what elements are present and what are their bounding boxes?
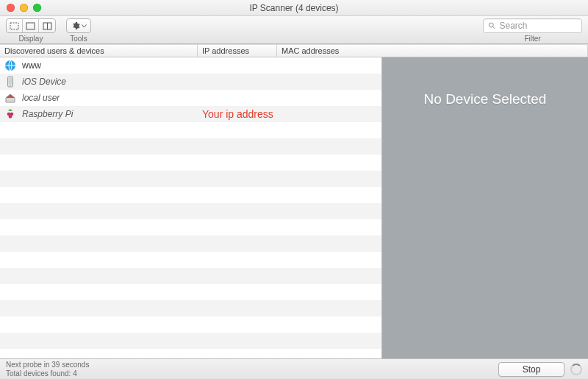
device-name: Raspberry Pi — [22, 109, 73, 119]
table-row[interactable]: iOS Device — [0, 74, 381, 90]
search-icon — [488, 21, 495, 30]
table-row[interactable]: local user — [0, 90, 381, 106]
display-view-1[interactable] — [7, 19, 23, 32]
svg-point-12 — [9, 115, 12, 118]
display-label: Display — [19, 35, 43, 43]
table-row-empty — [0, 252, 381, 268]
table-row-empty — [0, 187, 381, 203]
chevron-down-icon — [82, 24, 87, 28]
display-view-3[interactable] — [39, 19, 55, 32]
search-group: Filter — [483, 18, 582, 43]
svg-rect-1 — [26, 23, 35, 29]
phone-icon — [4, 76, 16, 88]
tools-label: Tools — [70, 35, 87, 43]
window-title: IP Scanner (4 devices) — [0, 3, 588, 13]
detail-panel: No Device Selected — [382, 57, 588, 358]
table-row-empty — [0, 333, 381, 349]
tools-menu-button[interactable] — [66, 18, 91, 33]
house-icon — [4, 92, 16, 104]
stop-button[interactable]: Stop — [498, 362, 564, 377]
device-list-panel: wwwiOS Devicelocal userRaspberry PiYour … — [0, 57, 382, 358]
table-row-empty — [0, 235, 381, 252]
device-rows-container: wwwiOS Devicelocal userRaspberry PiYour … — [0, 57, 381, 349]
column-header-row: Discovered users & devices IP addresses … — [0, 44, 588, 57]
svg-point-9 — [10, 85, 11, 87]
column-header-mac[interactable]: MAC addresses — [277, 45, 588, 57]
main-body: wwwiOS Devicelocal userRaspberry PiYour … — [0, 57, 588, 358]
device-name: iOS Device — [22, 77, 66, 87]
column-header-ip[interactable]: IP addresses — [198, 45, 277, 57]
status-total-devices: Total devices found: 4 — [6, 369, 89, 378]
svg-point-4 — [489, 23, 493, 27]
detail-empty-message: No Device Selected — [424, 91, 547, 358]
status-bar: Next probe in 39 seconds Total devices f… — [0, 358, 588, 379]
table-row-empty — [0, 219, 381, 235]
filter-label: Filter — [524, 35, 540, 43]
spinner-icon — [570, 364, 582, 375]
status-next-probe: Next probe in 39 seconds — [6, 361, 89, 369]
search-input[interactable] — [499, 21, 577, 31]
search-field[interactable] — [483, 18, 582, 33]
table-row-empty — [0, 300, 381, 316]
table-row-empty — [0, 284, 381, 300]
table-row-empty — [0, 203, 381, 219]
raspberry-icon — [4, 108, 16, 120]
gear-icon — [71, 21, 80, 30]
titlebar: IP Scanner (4 devices) — [0, 0, 588, 16]
single-pane-icon — [26, 22, 35, 30]
table-row[interactable]: www — [0, 57, 381, 74]
svg-rect-0 — [10, 23, 18, 29]
table-row-empty — [0, 316, 381, 333]
svg-rect-8 — [9, 78, 12, 85]
device-ip: Your ip address — [198, 108, 277, 120]
svg-line-5 — [493, 26, 495, 29]
toolbar: Display Tools Filter — [0, 16, 588, 44]
table-row-empty — [0, 138, 381, 155]
table-row-empty — [0, 155, 381, 171]
table-row-empty — [0, 122, 381, 138]
table-row-empty — [0, 171, 381, 187]
tools-group: Tools — [66, 18, 91, 43]
split-pane-icon — [43, 22, 52, 30]
table-row[interactable]: Raspberry PiYour ip address — [0, 106, 381, 122]
display-group: Display — [6, 18, 56, 43]
display-view-2[interactable] — [23, 19, 39, 32]
column-header-name[interactable]: Discovered users & devices — [0, 45, 198, 57]
device-name: www — [22, 60, 41, 71]
globe-icon — [4, 60, 16, 71]
display-segmented-control[interactable] — [6, 18, 56, 33]
dashed-box-icon — [10, 22, 19, 30]
device-name: local user — [22, 93, 60, 103]
stop-button-label: Stop — [523, 364, 541, 375]
table-row-empty — [0, 268, 381, 284]
